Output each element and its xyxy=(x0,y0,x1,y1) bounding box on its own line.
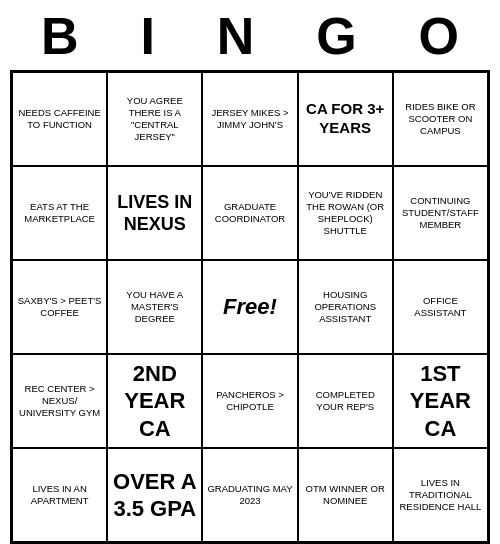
bingo-grid: NEEDS CAFFEINE TO FUNCTIONYOU AGREE THER… xyxy=(10,70,490,544)
bingo-cell-1: YOU AGREE THERE IS A "CENTRAL JERSEY" xyxy=(107,72,202,166)
bingo-cell-2: JERSEY MIKES > JIMMY JOHN'S xyxy=(202,72,297,166)
bingo-cell-8: YOU'VE RIDDEN THE ROWAN (OR SHEPLOCK) SH… xyxy=(298,166,393,260)
bingo-letter-g: G xyxy=(316,6,356,66)
bingo-cell-10: SAXBY'S > PEET'S COFFEE xyxy=(12,260,107,354)
bingo-cell-7: GRADUATE COORDINATOR xyxy=(202,166,297,260)
bingo-cell-5: EATS AT THE MARKETPLACE xyxy=(12,166,107,260)
bingo-cell-4: RIDES BIKE OR SCOOTER ON CAMPUS xyxy=(393,72,488,166)
bingo-cell-19: 1ST YEAR CA xyxy=(393,354,488,448)
bingo-letter-b: B xyxy=(41,6,79,66)
bingo-cell-14: OFFICE ASSISTANT xyxy=(393,260,488,354)
bingo-cell-0: NEEDS CAFFEINE TO FUNCTION xyxy=(12,72,107,166)
bingo-cell-20: LIVES IN AN APARTMENT xyxy=(12,448,107,542)
bingo-letter-i: I xyxy=(140,6,154,66)
bingo-cell-15: REC CENTER > NEXUS/ UNIVERSITY GYM xyxy=(12,354,107,448)
bingo-cell-12: Free! xyxy=(202,260,297,354)
bingo-cell-13: HOUSING OPERATIONS ASSISTANT xyxy=(298,260,393,354)
bingo-cell-6: LIVES IN NEXUS xyxy=(107,166,202,260)
bingo-cell-3: CA FOR 3+ YEARS xyxy=(298,72,393,166)
bingo-cell-22: GRADUATING MAY 2023 xyxy=(202,448,297,542)
bingo-cell-24: LIVES IN TRADITIONAL RESIDENCE HALL xyxy=(393,448,488,542)
bingo-cell-9: CONTINUING STUDENT/STAFF MEMBER xyxy=(393,166,488,260)
bingo-cell-18: COMPLETED YOUR REP'S xyxy=(298,354,393,448)
bingo-letter-n: N xyxy=(217,6,255,66)
bingo-cell-17: PANCHEROS > CHIPOTLE xyxy=(202,354,297,448)
bingo-cell-23: OTM WINNER OR NOMINEE xyxy=(298,448,393,542)
bingo-title: B I N G O xyxy=(10,0,490,70)
bingo-cell-16: 2ND YEAR CA xyxy=(107,354,202,448)
bingo-cell-11: YOU HAVE A MASTER'S DEGREE xyxy=(107,260,202,354)
bingo-letter-o: O xyxy=(419,6,459,66)
bingo-cell-21: OVER A 3.5 GPA xyxy=(107,448,202,542)
